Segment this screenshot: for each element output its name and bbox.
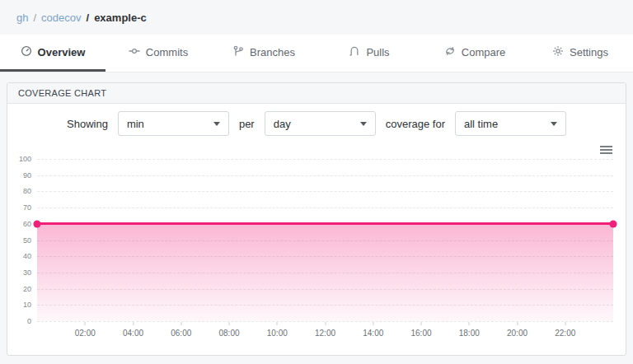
x-axis-tick — [133, 322, 134, 325]
range-select[interactable]: all time — [455, 111, 566, 136]
tab-label: Branches — [250, 46, 295, 58]
x-axis-tick-label: 16:00 — [410, 329, 431, 338]
compare-icon — [444, 45, 456, 59]
y-axis-tick-label: 10 — [23, 301, 31, 309]
x-axis-tick — [181, 322, 181, 325]
coverage-line — [37, 222, 613, 225]
tab-compare[interactable]: Compare — [422, 35, 528, 72]
x-axis-tick — [229, 322, 230, 325]
breadcrumb: gh / codecov / example-c — [0, 0, 633, 35]
tab-branches[interactable]: Branches — [211, 35, 316, 72]
x-axis-tick-label: 20:00 — [507, 329, 528, 338]
breadcrumb-repo-name: example-c — [94, 12, 147, 24]
coverage-chart: 010203040506070809010002:0004:0006:0008:… — [7, 143, 626, 354]
gauge-icon — [21, 45, 32, 59]
x-axis-tick-label: 10:00 — [267, 329, 288, 338]
x-axis-tick-label: 08:00 — [218, 329, 239, 338]
tab-label: Commits — [146, 46, 188, 58]
tab-label: Compare — [462, 46, 505, 58]
x-axis-tick-label: 14:00 — [363, 329, 383, 338]
x-axis-tick-label: 06:00 — [171, 329, 191, 338]
tab-settings[interactable]: Settings — [528, 35, 633, 72]
tab-label: Pulls — [366, 46, 389, 58]
x-axis-tick — [373, 322, 373, 325]
tab-commits[interactable]: Commits — [106, 35, 211, 72]
chevron-down-icon — [551, 122, 557, 126]
tab-pulls[interactable]: Pulls — [316, 35, 422, 72]
x-axis-tick-label: 02:00 — [75, 329, 96, 338]
x-axis-tick-label: 22:00 — [555, 329, 575, 338]
y-gridline — [37, 208, 613, 208]
coverage-for-label: coverage for — [386, 118, 445, 130]
y-axis-tick-label: 30 — [23, 268, 31, 276]
x-axis-tick-label: 12:00 — [315, 329, 335, 338]
interval-select-value: day — [274, 118, 291, 130]
y-axis-tick-label: 100 — [19, 155, 31, 163]
y-axis-tick-label: 40 — [23, 252, 31, 260]
coverage-chart-panel: COVERAGE CHART Showing min per day cover… — [7, 82, 626, 356]
git-commit-icon — [129, 45, 140, 59]
chart-plot-area: 010203040506070809010002:0004:0006:0008:… — [37, 159, 613, 321]
y-axis-tick-label: 60 — [23, 219, 31, 227]
x-axis-tick — [277, 322, 278, 325]
tab-overview[interactable]: Overview — [0, 35, 106, 72]
chevron-down-icon — [213, 122, 220, 126]
showing-label: Showing — [67, 118, 108, 130]
breadcrumb-separator: / — [87, 12, 90, 24]
page-spacer — [0, 72, 633, 82]
repo-tabbar: Overview Commits Branches Pulls Compare … — [0, 35, 633, 72]
metric-select-value: min — [127, 118, 144, 130]
coverage-area-fill — [37, 224, 613, 321]
x-axis-tick — [325, 322, 326, 325]
y-gridline — [37, 191, 613, 192]
y-axis-tick-label: 80 — [23, 187, 31, 195]
y-gridline — [37, 175, 613, 176]
breadcrumb-owner-link[interactable]: codecov — [41, 12, 81, 24]
chart-menu-icon[interactable] — [600, 146, 612, 156]
x-axis-tick — [565, 322, 565, 325]
gear-icon — [552, 45, 564, 59]
x-axis-tick — [469, 322, 470, 325]
range-select-value: all time — [464, 118, 498, 130]
coverage-data-point[interactable] — [610, 220, 617, 227]
x-axis-tick-label: 04:00 — [123, 329, 143, 338]
y-axis-tick-label: 50 — [23, 236, 31, 244]
x-axis-tick — [421, 322, 422, 325]
breadcrumb-org-link[interactable]: gh — [16, 12, 28, 24]
tab-label: Overview — [38, 46, 86, 58]
y-axis-tick-label: 20 — [23, 284, 31, 292]
y-axis-tick-label: 90 — [23, 170, 31, 179]
panel-title: COVERAGE CHART — [7, 83, 626, 104]
tab-label: Settings — [570, 46, 608, 58]
chart-controls: Showing min per day coverage for all tim… — [7, 104, 626, 143]
y-gridline — [37, 159, 613, 160]
y-axis-tick-label: 0 — [27, 317, 31, 325]
git-branch-icon — [232, 45, 244, 59]
git-pull-icon — [349, 45, 360, 59]
x-axis-tick — [85, 322, 86, 325]
y-axis-tick-label: 70 — [23, 203, 31, 212]
interval-select[interactable]: day — [265, 111, 376, 136]
x-axis-tick-label: 18:00 — [459, 329, 480, 338]
metric-select[interactable]: min — [118, 111, 229, 136]
breadcrumb-separator: / — [33, 12, 36, 24]
per-label: per — [239, 118, 255, 130]
x-axis-tick — [517, 322, 518, 325]
coverage-data-point[interactable] — [34, 220, 41, 227]
chevron-down-icon — [360, 122, 367, 126]
